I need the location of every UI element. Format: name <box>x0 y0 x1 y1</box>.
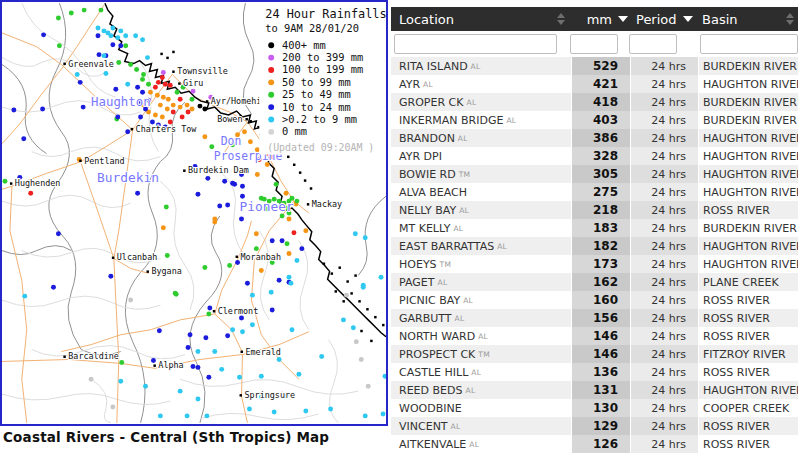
station-type-tag: AL <box>451 422 461 431</box>
rain-dot <box>118 43 123 48</box>
period-cell: 24 hrs <box>630 219 698 237</box>
rain-dot <box>2 179 7 184</box>
station-type-tag: TM <box>440 260 452 269</box>
basin-cell: COOPER CREEK <box>698 399 798 417</box>
table-row: MT KELLYAL18324 hrsBURDEKIN RIVER <box>391 219 798 237</box>
rainfall-map[interactable]: GreenvaleTownsvilleGiruAyr/HomehillBowen… <box>0 0 388 426</box>
rain-dot <box>341 317 346 322</box>
rain-dot <box>178 105 183 110</box>
rain-dot <box>56 16 61 21</box>
location-filter-input[interactable] <box>394 34 557 54</box>
table-row: ALVA BEACH27524 hrsHAUGHTON RIVER <box>391 183 798 201</box>
river-name-label: Don <box>221 134 242 148</box>
table-row: RITA ISLANDAL52924 hrsBURDEKIN RIVER <box>391 57 798 75</box>
period-cell: 24 hrs <box>630 111 698 129</box>
table-row: REED BEDSAL13124 hrsHAUGHTON RIVER <box>391 381 798 399</box>
rain-dot <box>178 97 183 102</box>
table-row: AYRAL42124 hrsHAUGHTON RIVER <box>391 75 798 93</box>
column-label-location: Location <box>399 12 454 27</box>
basin-cell: ROSS RIVER <box>698 201 798 219</box>
mm-cell: 386 <box>571 129 630 147</box>
legend-item-label: 200 to 399 mm <box>282 51 363 63</box>
basin-cell: ROSS RIVER <box>698 435 798 453</box>
rain-dot <box>125 82 130 87</box>
column-header-basin[interactable]: Basin <box>698 7 798 31</box>
rain-dot <box>157 328 162 333</box>
rain-dot <box>195 192 200 197</box>
period-cell: 24 hrs <box>630 363 698 381</box>
sort-both-icon <box>786 13 794 25</box>
town-label: Moranbah <box>241 252 282 262</box>
period-cell: 24 hrs <box>630 147 698 165</box>
mm-cell: 146 <box>571 327 630 345</box>
rainfall-table: Location mm Period Basin RITA ISLANDAL52… <box>391 7 798 453</box>
legend-item-label: 50 to 99 mm <box>282 76 351 88</box>
town-label: Ulcanbah <box>117 253 158 263</box>
station-type-tag: AL <box>453 224 463 233</box>
period-filter-input[interactable] <box>629 34 677 54</box>
mm-cell: 421 <box>571 75 630 93</box>
basin-cell: HAUGHTON RIVER <box>698 381 798 399</box>
rain-dot <box>284 191 289 196</box>
mm-cell: 160 <box>571 291 630 309</box>
rain-dot <box>254 231 259 236</box>
rain-dot <box>28 191 33 196</box>
rain-dot <box>82 8 87 13</box>
rain-dot <box>41 32 46 37</box>
mm-cell: 275 <box>571 183 630 201</box>
column-label-period: Period <box>636 12 677 27</box>
rain-dot <box>140 37 145 42</box>
rain-dot <box>195 365 200 370</box>
rain-dot <box>287 251 292 256</box>
table-row: NELLY BAYAL21824 hrsROSS RIVER <box>391 201 798 219</box>
rain-dot <box>272 409 277 414</box>
rain-dot <box>22 294 27 299</box>
rain-dot <box>125 129 130 134</box>
basin-cell: FITZROY RIVER <box>698 345 798 363</box>
rain-dot <box>123 33 128 38</box>
legend-updated-timestamp: (Updated 09:20AM ) <box>267 142 374 153</box>
basin-cell: HAUGHTON RIVER <box>698 147 798 165</box>
column-header-mm[interactable]: mm <box>571 7 630 31</box>
mm-filter-input[interactable] <box>570 34 618 54</box>
rain-dot <box>128 298 133 303</box>
town-label: Charters Tow <box>136 124 198 134</box>
rain-dot <box>259 374 264 379</box>
table-row: BOWIE RDTM30524 hrsHAUGHTON RIVER <box>391 165 798 183</box>
rain-dot <box>280 238 285 243</box>
rain-dot <box>303 408 308 413</box>
rain-dot <box>118 28 123 33</box>
rain-dot <box>274 182 279 187</box>
rain-dot <box>381 411 386 416</box>
rain-dot <box>165 253 170 258</box>
basin-filter-input[interactable] <box>700 34 798 54</box>
river-name-label: Pioneer <box>240 199 294 214</box>
rain-dot <box>206 311 211 316</box>
rain-dot <box>379 275 384 280</box>
rain-dot <box>105 30 110 35</box>
column-header-period[interactable]: Period <box>630 7 698 31</box>
basin-cell: PLANE CREEK <box>698 273 798 291</box>
rain-dot <box>259 268 264 273</box>
rain-dot <box>140 90 145 95</box>
table-row: WOODBINE13024 hrsCOOPER CREEK <box>391 399 798 417</box>
mm-cell: 305 <box>571 165 630 183</box>
column-header-location[interactable]: Location <box>391 7 571 31</box>
rain-dot <box>145 55 150 60</box>
location-cell: ALVA BEACH <box>391 183 571 201</box>
location-cell: VINCENTAL <box>391 417 571 435</box>
rain-dot <box>270 238 275 243</box>
town-label: Emerald <box>245 347 280 357</box>
rain-dot <box>138 115 143 120</box>
rain-dot <box>188 332 193 337</box>
rain-dot <box>173 291 178 296</box>
rain-dot <box>247 406 252 411</box>
basin-cell: HAUGHTON RIVER <box>698 75 798 93</box>
rain-dot <box>255 172 260 177</box>
rain-dot <box>227 263 232 268</box>
rain-dot <box>250 293 255 298</box>
station-type-tag: TM <box>459 170 471 179</box>
rain-dot <box>133 33 138 38</box>
town-label: Bygana <box>151 266 181 276</box>
rain-dot <box>235 260 240 265</box>
